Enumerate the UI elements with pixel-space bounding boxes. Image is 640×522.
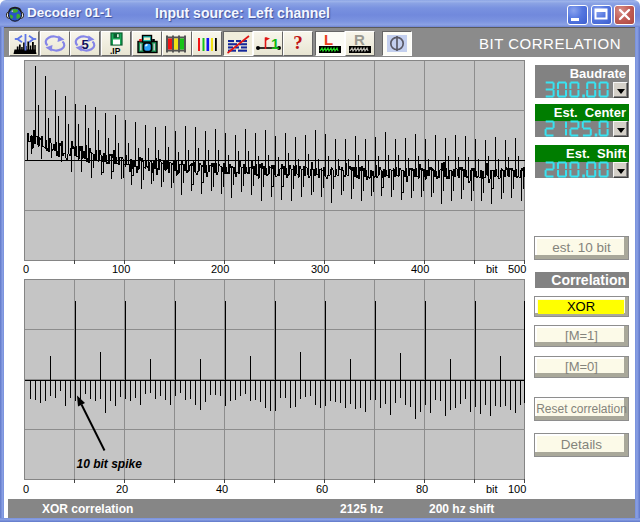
- svg-text:10 bit spike: 10 bit spike: [77, 457, 143, 471]
- svg-text:5: 5: [82, 37, 89, 52]
- svg-text:L: L: [324, 32, 333, 48]
- svg-text:1: 1: [271, 35, 279, 52]
- svg-text:R: R: [354, 32, 365, 48]
- svg-text:.IP: .IP: [110, 46, 121, 55]
